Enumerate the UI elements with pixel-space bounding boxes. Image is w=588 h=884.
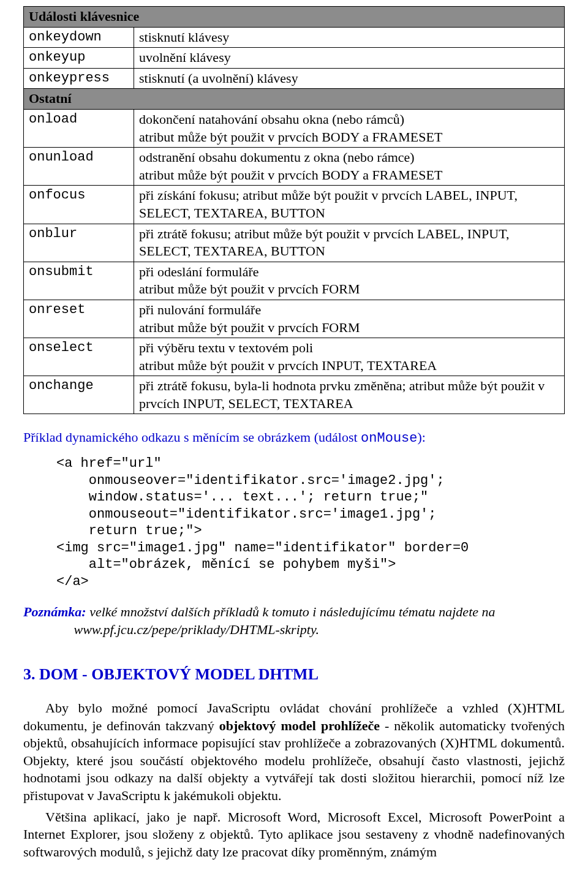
event-description: při výběru textu v textovém poli atribut…	[134, 338, 565, 376]
event-name: onkeyup	[24, 48, 134, 69]
event-description: uvolnění klávesy	[134, 48, 565, 69]
table-row: onsubmitpři odeslání formuláře atribut m…	[24, 262, 565, 300]
table-row: onfocuspři získání fokusu; atribut může …	[24, 186, 565, 224]
table-row: onunloadodstranění obsahu dokumentu z ok…	[24, 148, 565, 186]
note-paragraph: Poznámka: velké množství dalších příklad…	[23, 603, 565, 638]
table-row: onblurpři ztrátě fokusu; atribut může bý…	[24, 224, 565, 262]
example-intro: Příklad dynamického odkazu s měnícím se …	[23, 429, 565, 448]
event-description: odstranění obsahu dokumentu z okna (nebo…	[134, 148, 565, 186]
note-label: Poznámka:	[23, 604, 86, 619]
event-name: onreset	[24, 300, 134, 338]
para1-bold: objektový model prohlížeče	[219, 718, 380, 733]
section-other: Ostatní	[24, 89, 565, 110]
intro-suffix: ):	[418, 429, 426, 445]
intro-mono: onMouse	[361, 431, 417, 446]
event-name: onkeypress	[24, 68, 134, 89]
body-paragraph-2: Většina aplikací, jako je např. Microsof…	[23, 809, 565, 861]
event-name: onblur	[24, 224, 134, 262]
table-row: onchangepři ztrátě fokusu, byla-li hodno…	[24, 376, 565, 414]
event-name: onfocus	[24, 186, 134, 224]
table-row: onloaddokončení natahování obsahu okna (…	[24, 109, 565, 147]
event-description: při nulování formuláře atribut může být …	[134, 300, 565, 338]
intro-prefix: Příklad dynamického odkazu s měnícím se …	[23, 429, 361, 445]
table-row: onselectpři výběru textu v textovém poli…	[24, 338, 565, 376]
event-name: onkeydown	[24, 27, 134, 48]
events-table: Události klávesnice onkeydownstisknutí k…	[23, 6, 565, 414]
note-text: velké množství dalších příkladů k tomuto…	[23, 604, 496, 637]
table-row: onkeypressstisknutí (a uvolnění) klávesy	[24, 68, 565, 89]
event-description: při odeslání formuláře atribut může být …	[134, 262, 565, 300]
event-description: při získání fokusu; atribut může být pou…	[134, 186, 565, 224]
body-paragraph-1: Aby bylo možné pomocí JavaScriptu ovláda…	[23, 700, 565, 805]
event-description: při ztrátě fokusu; atribut může být použ…	[134, 224, 565, 262]
event-name: onselect	[24, 338, 134, 376]
table-row: onkeydownstisknutí klávesy	[24, 27, 565, 48]
event-name: onunload	[24, 148, 134, 186]
event-name: onsubmit	[24, 262, 134, 300]
section-heading: 3. DOM - OBJEKTOVÝ MODEL DHTML	[23, 664, 565, 685]
event-name: onload	[24, 109, 134, 147]
event-description: stisknutí klávesy	[134, 27, 565, 48]
section-keyboard: Události klávesnice	[24, 7, 565, 28]
table-row: onkeyupuvolnění klávesy	[24, 48, 565, 69]
event-description: stisknutí (a uvolnění) klávesy	[134, 68, 565, 89]
event-name: onchange	[24, 376, 134, 414]
code-example: <a href="url" onmouseover="identifikator…	[23, 455, 565, 590]
table-row: onresetpři nulování formuláře atribut mů…	[24, 300, 565, 338]
event-description: při ztrátě fokusu, byla-li hodnota prvku…	[134, 376, 565, 414]
event-description: dokončení natahování obsahu okna (nebo r…	[134, 109, 565, 147]
